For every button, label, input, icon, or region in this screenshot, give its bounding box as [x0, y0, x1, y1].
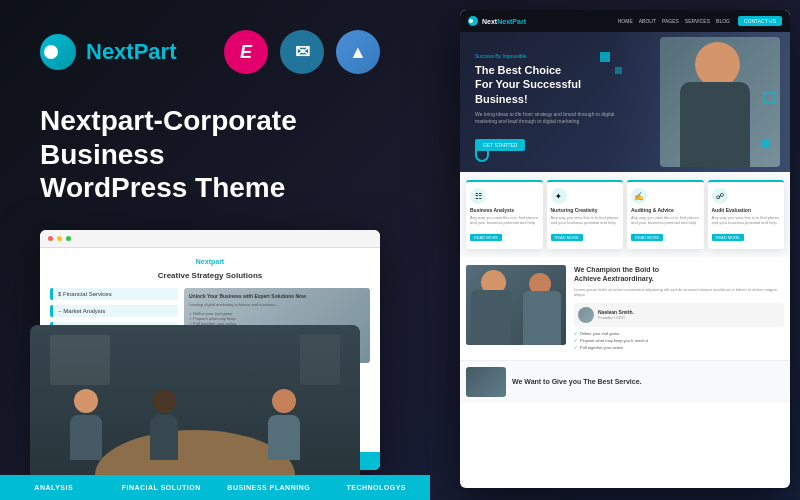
bottom-label-financial: FINACIAL SOLUTION — [108, 484, 216, 491]
bottom-label-technology: TECHNOLOGYS — [323, 484, 431, 491]
service-icon-4: ☍ — [712, 188, 728, 204]
champion-desc: Lorem ipsum dolor sit amet consectetur a… — [574, 287, 784, 298]
logo-area: NextPart E ✉ ▲ — [40, 30, 380, 74]
brand-name-first: Next — [86, 39, 134, 64]
title-line-1: Nextpart-Corporate Business — [40, 104, 380, 171]
mountain-icon: ▲ — [336, 30, 380, 74]
service-icon-2: ✦ — [551, 188, 567, 204]
testimonial-box: Naelean Smith. Founder / CEO — [574, 303, 784, 327]
deco-square-3 — [762, 139, 770, 147]
champion-bullets: ✓ Define your end game ✓ Pinpoint what m… — [574, 331, 784, 350]
bullet-2: ✓ Pinpoint what may keep you fr reach it — [574, 338, 784, 343]
bullet-1: ✓ Define your end game — [574, 331, 784, 336]
champion-text: We Champion the Bold to Achieve Aextraor… — [574, 265, 784, 351]
bottom-label-business: BUSINESS PLANNING — [215, 484, 323, 491]
champion-section: We Champion the Bold to Achieve Aextraor… — [460, 257, 790, 359]
nav-items: HOME ABOUT PAGES SERVICES BLOG — [618, 18, 730, 24]
figure-1 — [70, 389, 102, 460]
hero-text: Success By Impossible The Best Choice Fo… — [475, 53, 615, 151]
hero-person-img — [660, 37, 780, 167]
site-hero: Success By Impossible The Best Choice Fo… — [460, 32, 790, 172]
figure-2 — [150, 389, 178, 460]
service-item-1: $ Financial Services — [50, 288, 178, 300]
service-title-4: Audit Evaluation — [712, 207, 781, 213]
dot-green — [66, 236, 71, 241]
plugin-icons: E ✉ ▲ — [224, 30, 380, 74]
logo-text: NextPart — [86, 39, 176, 65]
testimonial-info: Naelean Smith. Founder / CEO — [598, 309, 634, 320]
service-desc-3: Any way you view this is to find places … — [631, 215, 700, 225]
mockup-brand: Nextpart — [50, 258, 370, 265]
main-title: Nextpart-Corporate Business WordPress Th… — [40, 104, 380, 205]
nav-contact-btn[interactable]: CONTACT US — [738, 16, 782, 26]
hero-tag: Success By Impossible — [475, 53, 615, 59]
mockup-section-title: Creative Strategy Solutions — [50, 271, 370, 280]
bottom-label-analysis: ANALYSIS — [0, 484, 108, 491]
testimonial-role: Founder / CEO — [598, 315, 634, 320]
service-card-1: ☷ Business Analysis Any way you view thi… — [466, 180, 543, 249]
site-nav: NextNextPart HOME ABOUT PAGES SERVICES B… — [460, 10, 790, 32]
meeting-content — [30, 325, 360, 500]
dot-red — [48, 236, 53, 241]
service-icon-3: ✍ — [631, 188, 647, 204]
service-btn-4[interactable]: READ MORE — [712, 234, 744, 241]
office-window-2 — [300, 335, 340, 385]
title-line-2: WordPress Theme — [40, 171, 380, 205]
testimonial-avatar — [578, 307, 594, 323]
elementor-icon: E — [224, 30, 268, 74]
service-desc-4: Any way you view this is to find places … — [712, 215, 781, 225]
service-card-3: ✍ Auditing & Advice Any way you view thi… — [627, 180, 704, 249]
hero-title: The Best Choice For Your Successful Busi… — [475, 63, 615, 106]
service-item-2: ~ Market Analysis — [50, 305, 178, 317]
logo-icon — [40, 34, 76, 70]
bottom-labels-bar: ANALYSIS FINACIAL SOLUTION BUSINESS PLAN… — [0, 475, 430, 500]
service-card-2: ✦ Nurturing Creativity Any way you view … — [547, 180, 624, 249]
site-mockup: NextNextPart HOME ABOUT PAGES SERVICES B… — [460, 10, 790, 488]
deco-square-4 — [763, 92, 775, 104]
services-row: ☷ Business Analysis Any way you view thi… — [460, 172, 790, 257]
wordpress-icon: ✉ — [280, 30, 324, 74]
champion-title: We Champion the Bold to Achieve Aextraor… — [574, 265, 784, 283]
hero-cta-btn[interactable]: GET STARTED — [475, 139, 525, 151]
hero-description: We bring ideas to life from strategy and… — [475, 111, 615, 125]
best-service-image — [466, 367, 506, 397]
figure-3 — [268, 389, 300, 460]
service-icon-1: ☷ — [470, 188, 486, 204]
service-title-1: Business Analysis — [470, 207, 539, 213]
site-logo: NextNextPart — [482, 18, 526, 25]
service-btn-2[interactable]: READ MORE — [551, 234, 583, 241]
champion-image — [466, 265, 566, 345]
mockup-header — [40, 230, 380, 248]
service-desc-1: Any way you view this is to find places … — [470, 215, 539, 225]
deco-square-2 — [615, 67, 622, 74]
dot-yellow — [57, 236, 62, 241]
best-service-title: We Want to Give you The Best Service. — [512, 378, 642, 385]
service-title-3: Auditing & Advice — [631, 207, 700, 213]
bullet-3: ✓ Pull together your action — [574, 345, 784, 350]
service-card-4: ☍ Audit Evaluation Any way you view this… — [708, 180, 785, 249]
service-btn-3[interactable]: READ MORE — [631, 234, 663, 241]
brand-name-second: Part — [134, 39, 177, 64]
service-btn-1[interactable]: READ MORE — [470, 234, 502, 241]
meeting-image — [30, 325, 360, 500]
best-service-section: We Want to Give you The Best Service. — [460, 360, 790, 403]
service-desc-2: Any way you view this is to find places … — [551, 215, 620, 225]
office-window — [50, 335, 110, 385]
service-title-2: Nurturing Creativity — [551, 207, 620, 213]
